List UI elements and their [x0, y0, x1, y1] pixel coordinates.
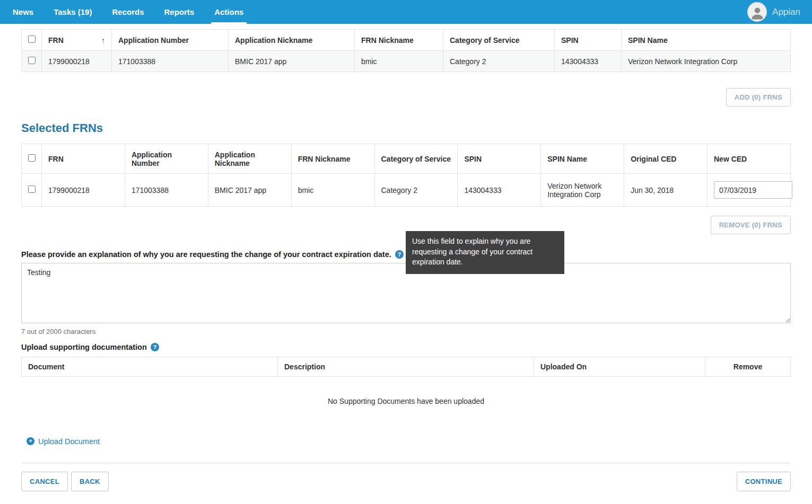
- nav-tab-reports[interactable]: Reports: [164, 0, 194, 24]
- nav-tab-tasks[interactable]: Tasks (19): [54, 0, 92, 24]
- cell-application-number: 171003388: [112, 51, 229, 72]
- col-header-uploaded-on: Uploaded On: [534, 357, 705, 377]
- upload-label-row: Upload supporting documentation ?: [21, 343, 791, 351]
- help-icon[interactable]: ?: [151, 343, 159, 351]
- table-header-row: FRN ↑ Application Number Application Nic…: [22, 30, 791, 51]
- avatar[interactable]: [747, 2, 767, 22]
- cell-spin-name: Verizon Network Integration Corp: [622, 51, 791, 72]
- explanation-label: Please provide an explanation of why you…: [21, 250, 391, 259]
- nav-tabs: News Tasks (19) Records Reports Actions: [13, 0, 264, 24]
- cell-application-nickname: BMIC 2017 app: [229, 51, 355, 72]
- col-header-new-ced[interactable]: New CED: [708, 144, 791, 174]
- cell-frn: 1799000218: [42, 174, 125, 207]
- select-all-cell: [22, 144, 42, 174]
- table-header-row: Document Description Uploaded On Remove: [22, 357, 791, 377]
- col-header-remove: Remove: [705, 357, 791, 377]
- col-header-category-of-service[interactable]: Category of Service: [443, 30, 555, 51]
- character-count: 7 out of 2000 characters: [21, 328, 791, 335]
- selected-frns-title: Selected FRNs: [21, 121, 791, 135]
- cell-frn-nickname: bmic: [355, 51, 443, 72]
- row-checkbox[interactable]: [28, 185, 36, 193]
- col-header-frn-nickname[interactable]: FRN Nickname: [291, 144, 374, 174]
- documents-table: Document Description Uploaded On Remove …: [21, 357, 791, 428]
- back-button[interactable]: BACK: [71, 472, 109, 491]
- page: News Tasks (19) Records Reports Actions …: [0, 0, 812, 504]
- table-row: 1799000218 171003388 BMIC 2017 app bmic …: [22, 174, 791, 207]
- footer-buttons: CANCEL BACK CONTINUE: [21, 472, 791, 491]
- cell-spin: 143004333: [555, 51, 622, 72]
- remove-frns-button[interactable]: REMOVE (0) FRNS: [711, 216, 791, 234]
- row-checkbox[interactable]: [28, 57, 36, 64]
- cell-spin: 143004333: [458, 174, 541, 207]
- table-header-row: FRN Application Number Application Nickn…: [22, 144, 791, 174]
- sort-ascending-icon[interactable]: ↑: [101, 36, 105, 45]
- cell-spin-name: Verizon Network Integration Corp: [541, 174, 624, 207]
- add-frns-button[interactable]: ADD (0) FRNS: [726, 88, 791, 107]
- user-icon: [749, 5, 765, 21]
- nav-tab-news[interactable]: News: [13, 0, 33, 24]
- select-all-checkbox[interactable]: [28, 36, 36, 43]
- no-documents-message: No Supporting Documents have been upload…: [22, 377, 791, 428]
- select-all-cell: [22, 30, 42, 51]
- col-header-application-nickname[interactable]: Application Nickname: [208, 144, 291, 174]
- footer-divider: [21, 463, 791, 463]
- cancel-button[interactable]: CANCEL: [21, 472, 68, 491]
- new-ced-input[interactable]: [714, 181, 792, 199]
- col-header-frn-nickname[interactable]: FRN Nickname: [355, 30, 443, 51]
- nav-right: Appian: [747, 0, 800, 24]
- cell-application-number: 171003388: [125, 174, 208, 207]
- nav-tab-actions[interactable]: Actions: [214, 0, 243, 24]
- cell-new-ced: [708, 174, 791, 207]
- help-tooltip: Use this field to explain why you are re…: [406, 231, 564, 274]
- upload-documentation-label: Upload supporting documentation: [21, 343, 147, 351]
- available-frns-table: FRN ↑ Application Number Application Nic…: [21, 29, 791, 72]
- col-header-original-ced[interactable]: Original CED: [624, 144, 708, 174]
- select-all-checkbox[interactable]: [28, 154, 36, 162]
- upload-row: + Upload Document: [21, 428, 791, 449]
- plus-circle-icon: +: [27, 437, 34, 445]
- empty-row: No Supporting Documents have been upload…: [22, 377, 791, 428]
- col-header-category-of-service[interactable]: Category of Service: [374, 144, 458, 174]
- col-header-application-number[interactable]: Application Number: [112, 30, 229, 51]
- col-header-spin-name[interactable]: SPIN Name: [622, 30, 791, 51]
- cell-frn-nickname: bmic: [291, 174, 374, 207]
- cell-original-ced: Jun 30, 2018: [624, 174, 708, 207]
- col-header-description: Description: [278, 357, 534, 377]
- upload-document-label: Upload Document: [38, 437, 100, 446]
- col-header-spin[interactable]: SPIN: [555, 30, 622, 51]
- table-row: 1799000218 171003388 BMIC 2017 app bmic …: [22, 51, 791, 72]
- selected-frns-table: FRN Application Number Application Nickn…: [21, 144, 791, 207]
- cell-category-of-service: Category 2: [443, 51, 555, 72]
- help-icon[interactable]: ?: [395, 250, 404, 259]
- brand-appian: Appian: [772, 7, 800, 17]
- col-header-spin-name[interactable]: SPIN Name: [541, 144, 624, 174]
- col-header-frn[interactable]: FRN ↑: [42, 30, 112, 51]
- nav-tab-records[interactable]: Records: [112, 0, 144, 24]
- col-header-frn-label: FRN: [48, 36, 64, 45]
- cell-application-nickname: BMIC 2017 app: [208, 174, 291, 207]
- col-header-frn[interactable]: FRN: [42, 144, 125, 174]
- col-header-document: Document: [22, 357, 278, 377]
- continue-button[interactable]: CONTINUE: [737, 472, 791, 491]
- cell-category-of-service: Category 2: [374, 174, 458, 207]
- row-select-cell: [22, 174, 42, 207]
- cell-frn: 1799000218: [42, 51, 112, 72]
- col-header-spin[interactable]: SPIN: [458, 144, 541, 174]
- row-select-cell: [22, 51, 42, 72]
- upload-document-link[interactable]: + Upload Document: [27, 437, 100, 446]
- col-header-application-number[interactable]: Application Number: [125, 144, 208, 174]
- top-navigation: News Tasks (19) Records Reports Actions …: [0, 0, 812, 24]
- col-header-application-nickname[interactable]: Application Nickname: [229, 30, 355, 51]
